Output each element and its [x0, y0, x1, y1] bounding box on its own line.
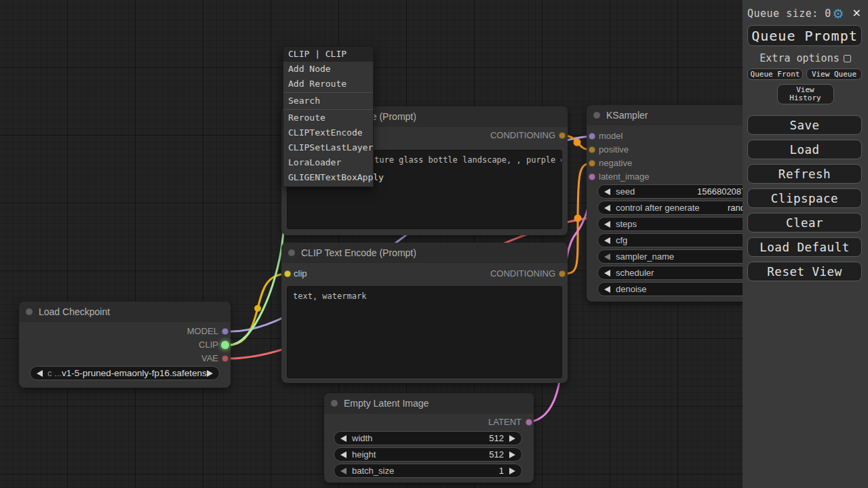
prompt-text: ture glass bottle landscape, , purple ga… [374, 155, 562, 165]
collapse-dot[interactable] [593, 112, 600, 119]
prev-value-icon[interactable] [340, 468, 347, 474]
input-dot-positive[interactable] [589, 146, 595, 153]
queue-prompt-button[interactable]: Queue Prompt [747, 25, 862, 46]
ckpt-name-widget[interactable]: c ... v1-5-pruned-emaonly-fp16.safetenso… [30, 366, 220, 380]
node-title: Empty Latent Image [344, 398, 429, 409]
prev-value-icon[interactable] [604, 221, 610, 228]
queue-size-label: Queue size: 0 [747, 7, 831, 20]
output-label-clip: CLIP [199, 338, 218, 352]
input-dot-latent-image[interactable] [589, 174, 595, 180]
output-row: VAE [19, 352, 231, 365]
extra-options-checkbox[interactable] [844, 55, 851, 62]
reset-view-button[interactable]: Reset View [747, 262, 862, 281]
output-label-vae: VAE [201, 352, 218, 365]
prompt-textarea[interactable]: text, watermark [287, 286, 562, 378]
widget-value: 512 [489, 433, 504, 443]
menu-item-search[interactable]: Search [283, 94, 373, 108]
prev-value-icon[interactable] [340, 451, 347, 458]
input-dot-clip[interactable] [284, 270, 291, 277]
collapse-dot[interactable] [288, 249, 295, 256]
menu-item-clipsetlastlayer[interactable]: CLIPSetLastLayer [283, 140, 373, 155]
save-button[interactable]: Save [747, 115, 862, 135]
output-dot-latent[interactable] [526, 419, 532, 426]
input-label-model: model [599, 129, 623, 143]
input-label-latent-image: latent_image [599, 170, 649, 184]
next-value-icon[interactable] [509, 468, 515, 474]
widget-label: denoise [616, 284, 647, 294]
node-title: CLIP Text Encode (Prompt) [301, 247, 416, 258]
menu-item-loraloader[interactable]: LoraLoader [283, 155, 373, 170]
prev-value-icon[interactable] [340, 435, 347, 442]
prev-value-icon[interactable] [604, 205, 610, 211]
node-title-bar: CLIP Text Encode (Prompt) [281, 243, 568, 263]
node-title-bar: Load Checkpoint [19, 302, 231, 322]
output-label-conditioning: CONDITIONING [490, 267, 555, 281]
widget-value: 1566802087 [697, 186, 746, 197]
output-dot-conditioning[interactable] [559, 132, 566, 139]
refresh-button[interactable]: Refresh [747, 164, 862, 184]
output-dot-model[interactable] [222, 328, 229, 335]
prev-value-icon[interactable] [604, 237, 610, 244]
input-output-row: clip CONDITIONING [281, 267, 568, 281]
input-dot-negative[interactable] [589, 160, 595, 167]
collapse-dot[interactable] [331, 400, 338, 407]
extra-options-row: Extra options [743, 52, 868, 64]
widget-value: v1-5-pruned-emaonly-fp16.safetensors [62, 368, 207, 378]
view-queue-button[interactable]: View Queue [806, 68, 862, 80]
widget-label: control after generate [616, 203, 700, 213]
widget-label: scheduler [616, 268, 654, 278]
comfy-menu: Queue size: 0 ⚙ ✕ Queue Prompt Extra opt… [743, 0, 868, 488]
prev-value-icon[interactable] [604, 188, 610, 195]
next-value-icon[interactable] [509, 435, 515, 442]
height-widget[interactable]: height 512 [334, 447, 522, 462]
clipspace-button[interactable]: Clipspace [747, 188, 862, 208]
context-menu: CLIP | CLIP Add Node Add Reroute Search … [283, 46, 374, 187]
node-title: KSampler [606, 110, 648, 121]
menu-item-add-reroute[interactable]: Add Reroute [283, 77, 373, 92]
output-row: LATENT [324, 415, 534, 429]
widget-value: 1 [499, 466, 504, 476]
collapse-dot[interactable] [26, 308, 33, 315]
menu-item-add-node[interactable]: Add Node [283, 62, 373, 77]
prompt-text: text, watermark [293, 291, 366, 301]
prev-value-icon[interactable] [37, 370, 43, 377]
output-dot-conditioning[interactable] [559, 270, 566, 277]
prev-value-icon[interactable] [604, 286, 610, 293]
node-load-checkpoint[interactable]: Load Checkpoint MODEL CLIP VAE c ... v1-… [19, 302, 231, 388]
next-value-icon[interactable] [207, 370, 213, 377]
queue-size-row: Queue size: 0 ⚙ ✕ [743, 0, 868, 24]
menu-separator [283, 92, 373, 93]
widget-label: seed [616, 186, 635, 197]
menu-buttons: Save Load Refresh Clipspace Clear Load D… [743, 115, 868, 281]
output-label-latent: LATENT [488, 415, 521, 429]
node-empty-latent-image[interactable]: Empty Latent Image LATENT width 512 heig… [324, 393, 534, 483]
close-icon[interactable]: ✕ [852, 8, 861, 19]
menu-item-gligentextboxapply[interactable]: GLIGENTextBoxApply [283, 170, 373, 185]
load-default-button[interactable]: Load Default [747, 237, 862, 257]
prev-value-icon[interactable] [604, 253, 610, 260]
widget-label: c ... [47, 368, 62, 378]
clear-button[interactable]: Clear [747, 213, 862, 232]
load-button[interactable]: Load [747, 140, 862, 159]
input-dot-model[interactable] [589, 133, 595, 140]
menu-item-cliptextencode[interactable]: CLIPTextEncode [283, 125, 373, 140]
next-value-icon[interactable] [509, 451, 515, 458]
queue-front-button[interactable]: Queue Front [747, 68, 803, 80]
prev-value-icon[interactable] [604, 270, 610, 277]
menu-item-reroute[interactable]: Reroute [283, 110, 373, 125]
queue-buttons-row: Queue Front View Queue [747, 68, 862, 80]
input-label-clip: clip [294, 267, 307, 281]
node-title-bar: Empty Latent Image [324, 393, 534, 413]
view-history-button[interactable]: View History [777, 84, 834, 104]
batch-size-widget[interactable]: batch_size 1 [334, 464, 522, 478]
widget-label: batch_size [352, 466, 394, 476]
widget-label: height [352, 449, 376, 460]
width-widget[interactable]: width 512 [334, 431, 522, 445]
output-dot-vae[interactable] [222, 355, 229, 362]
output-dot-clip[interactable] [221, 341, 229, 349]
widget-label: width [352, 433, 372, 443]
output-label-conditioning: CONDITIONING [490, 129, 555, 142]
settings-gear-icon[interactable]: ⚙ [833, 8, 844, 19]
node-clip-text-encode-negative[interactable]: CLIP Text Encode (Prompt) clip CONDITION… [281, 243, 568, 383]
context-menu-title: CLIP | CLIP [283, 47, 373, 62]
